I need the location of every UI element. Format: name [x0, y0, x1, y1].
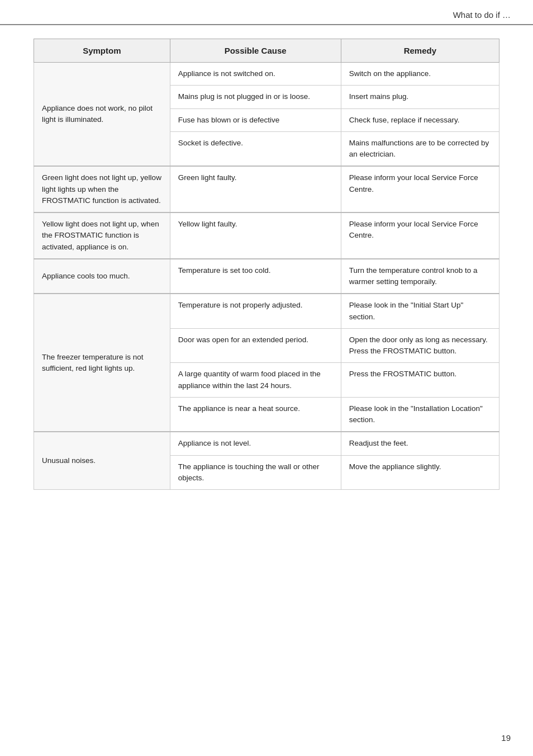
- table-row: Unusual noises.Appliance is not level.Re…: [34, 432, 499, 455]
- table-row: The freezer temperature is not sufficien…: [34, 294, 499, 328]
- symptom-cell: Unusual noises.: [34, 432, 170, 489]
- table-row: Appliance cools too much.Temperature is …: [34, 259, 499, 294]
- symptom-cell: Appliance cools too much.: [34, 259, 170, 294]
- cause-cell: The appliance is near a heat source.: [170, 397, 341, 432]
- col-symptom: Symptom: [34, 39, 170, 63]
- symptom-cell: Appliance does not work, no pilot light …: [34, 63, 170, 167]
- cause-cell: Temperature is set too cold.: [170, 259, 341, 294]
- symptom-cell: Yellow light does not light up, when the…: [34, 212, 170, 259]
- cause-cell: Mains plug is not plugged in or is loose…: [170, 86, 341, 108]
- remedy-cell: Please inform your local Service Force C…: [341, 212, 499, 259]
- remedy-cell: Check fuse, replace if necessary.: [341, 108, 499, 131]
- remedy-cell: Insert mains plug.: [341, 86, 499, 108]
- table-row: Green light does not light up, yellow li…: [34, 166, 499, 212]
- col-cause: Possible Cause: [170, 39, 341, 63]
- page-number: 19: [501, 733, 511, 743]
- remedy-cell: Please look in the "Initial Start Up" se…: [341, 294, 499, 328]
- main-table-wrapper: Symptom Possible Cause Remedy Appliance …: [34, 39, 499, 490]
- col-remedy: Remedy: [341, 39, 499, 63]
- cause-cell: Appliance is not switched on.: [170, 63, 341, 86]
- remedy-cell: Please look in the "Installation Locatio…: [341, 397, 499, 432]
- table-header-row: Symptom Possible Cause Remedy: [34, 39, 499, 63]
- header-title: What to do if …: [453, 10, 511, 20]
- page-header: What to do if …: [0, 0, 533, 25]
- cause-cell: Yellow light faulty.: [170, 212, 341, 259]
- cause-cell: A large quantity of warm food placed in …: [170, 363, 341, 398]
- remedy-cell: Move the appliance slightly.: [341, 455, 499, 490]
- cause-cell: Socket is defective.: [170, 131, 341, 166]
- table-row: Appliance does not work, no pilot light …: [34, 63, 499, 86]
- troubleshoot-table: Symptom Possible Cause Remedy Appliance …: [34, 39, 499, 490]
- remedy-cell: Open the door only as long as necessary.…: [341, 328, 499, 363]
- cause-cell: Temperature is not properly adjusted.: [170, 294, 341, 328]
- remedy-cell: Switch on the appliance.: [341, 63, 499, 86]
- table-row: Yellow light does not light up, when the…: [34, 212, 499, 259]
- symptom-cell: The freezer temperature is not sufficien…: [34, 294, 170, 432]
- cause-cell: The appliance is touching the wall or ot…: [170, 455, 341, 490]
- cause-cell: Fuse has blown or is defective: [170, 108, 341, 131]
- cause-cell: Door was open for an extended period.: [170, 328, 341, 363]
- symptom-cell: Green light does not light up, yellow li…: [34, 166, 170, 212]
- remedy-cell: Please inform your local Service Force C…: [341, 166, 499, 212]
- cause-cell: Green light faulty.: [170, 166, 341, 212]
- remedy-cell: Turn the temperature control knob to a w…: [341, 259, 499, 294]
- remedy-cell: Press the FROSTMATIC button.: [341, 363, 499, 398]
- remedy-cell: Readjust the feet.: [341, 432, 499, 455]
- remedy-cell: Mains malfunctions are to be corrected b…: [341, 131, 499, 166]
- cause-cell: Appliance is not level.: [170, 432, 341, 455]
